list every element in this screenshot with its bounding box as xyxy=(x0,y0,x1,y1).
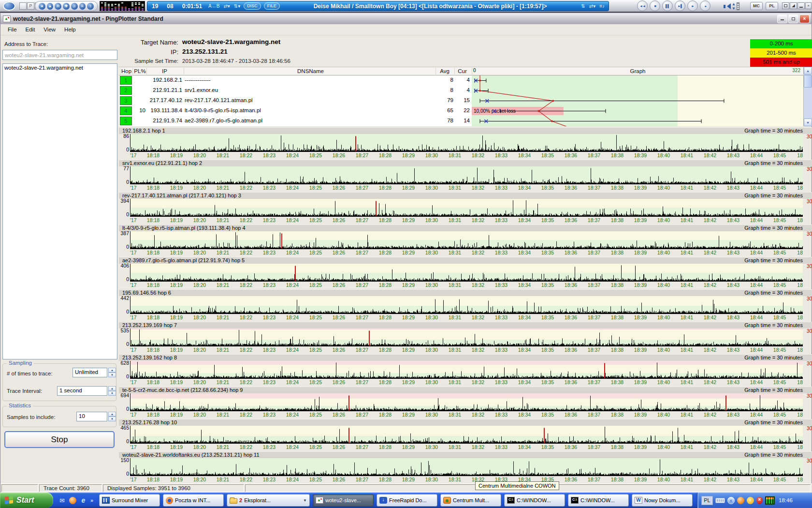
jetaudio-tray-icon[interactable] xyxy=(737,497,744,504)
pause-button[interactable]: ▌▌ xyxy=(662,0,673,11)
header-hop[interactable]: Hop xyxy=(120,68,132,75)
group-dropdown-icon[interactable]: ▼ xyxy=(303,498,307,503)
header-pl%[interactable]: PL% xyxy=(132,68,147,75)
outlook-express-quicklaunch-icon[interactable]: ✉ xyxy=(58,496,66,505)
minimize-button[interactable] xyxy=(777,15,787,23)
spin-down-icon[interactable]: ▼ xyxy=(108,417,116,421)
header-graph[interactable]: Graph xyxy=(472,68,803,75)
samples-to-include-value[interactable]: 10 xyxy=(76,412,107,421)
scroll-down-icon[interactable]: ▼ xyxy=(804,119,812,126)
stop-button[interactable]: Stop xyxy=(4,431,115,448)
spin-up-icon[interactable]: ▲ xyxy=(108,412,116,417)
volume-arrows-icon[interactable]: ▲▼ xyxy=(732,2,736,11)
freerapid-tray-icon[interactable] xyxy=(747,497,754,504)
quick-launch-expand-icon[interactable]: » xyxy=(90,497,93,503)
jet-minimize-button[interactable] xyxy=(798,2,805,9)
graph-hop-label: 213.252.176.28 hop 10 xyxy=(122,419,177,425)
mini-mode-icon[interactable]: ↕ xyxy=(87,3,94,10)
jetaudio-logo-icon[interactable] xyxy=(3,1,15,11)
volume-control[interactable]: ▲▼ xyxy=(724,2,740,11)
menu-help[interactable]: Help xyxy=(60,25,80,34)
stop-button[interactable]: ■ xyxy=(650,0,660,11)
collapse-chevron-icon[interactable]: ‹ xyxy=(727,497,735,504)
dns-cell: rev-217.17.40.121.atman.pl xyxy=(185,97,436,103)
taskbar-button-7[interactable]: C:\WINDOW... xyxy=(504,494,565,507)
taskbar-button-2[interactable]: Poczta w INT... xyxy=(163,494,224,507)
record-icon[interactable]: R xyxy=(55,3,61,10)
seek-updown-icon[interactable]: ⇅ xyxy=(579,3,587,9)
times-to-trace-value[interactable]: Unlimited xyxy=(72,368,107,377)
power-icon[interactable]: ● xyxy=(39,3,45,10)
start-button[interactable]: Start xyxy=(0,493,53,508)
equalizer-tray-icon[interactable] xyxy=(765,496,775,505)
preset-p-button[interactable]: P xyxy=(27,2,34,10)
taskbar-button-6[interactable]: Centrum Mult... xyxy=(440,494,501,507)
internet-explorer-quicklaunch-icon[interactable]: e xyxy=(79,496,87,505)
close-button[interactable]: × xyxy=(799,15,810,23)
blank-button[interactable] xyxy=(19,2,27,10)
scroll-up-icon[interactable]: ▲ xyxy=(804,67,812,75)
scroll-thumb[interactable] xyxy=(804,75,812,88)
elapsed-time: 0:01:51 xyxy=(178,3,206,10)
x-tick-label: 18:37 xyxy=(588,477,600,482)
volume-slider[interactable] xyxy=(737,2,740,10)
x-tick-label: '17 xyxy=(130,412,137,418)
header-avg[interactable]: Avg xyxy=(435,68,453,75)
x-tick-label: 18:43 xyxy=(727,250,740,255)
file-button[interactable]: FILE xyxy=(264,2,280,10)
loop-icon[interactable]: ⇄▾ xyxy=(587,3,597,9)
jet-resize-button[interactable]: ◢ xyxy=(790,2,797,9)
security-shield-icon[interactable] xyxy=(756,497,763,504)
play-mode-icon[interactable]: ⇅▾ xyxy=(232,3,242,9)
playlist-music-icon[interactable]: ≡♪ xyxy=(597,3,609,9)
menu-file[interactable]: File xyxy=(3,25,21,34)
taskbar-button-5[interactable]: FreeRapid Do... xyxy=(377,494,437,507)
jet-restore-button[interactable] xyxy=(782,2,789,9)
previous-button[interactable]: ◄◄ xyxy=(637,0,648,11)
spin-down-icon[interactable]: ▼ xyxy=(108,373,116,377)
taskbar-button-4[interactable]: woteu2-slave... xyxy=(313,494,374,507)
hop-table-scrollbar[interactable]: ▲ ▼ xyxy=(803,67,812,126)
disc-button[interactable]: DISC xyxy=(244,2,261,10)
x-tick-label: 18 xyxy=(797,347,803,353)
samples-spinner[interactable]: ▲▼ xyxy=(108,412,116,421)
header-dnsname[interactable]: DNSName xyxy=(184,68,437,75)
header-ip[interactable]: IP xyxy=(146,68,182,75)
ab-repeat-button[interactable]: A↔B xyxy=(206,3,221,9)
keyboard-icon[interactable] xyxy=(715,498,725,503)
graph-ymin-label: 0 xyxy=(126,276,129,282)
address-list[interactable]: woteu2-slave-21.wargaming.net xyxy=(2,63,117,359)
jet-close-button[interactable]: × xyxy=(805,2,812,9)
trace-interval-value[interactable]: 1 second xyxy=(57,386,107,396)
seek-forward-button[interactable]: ► xyxy=(687,0,698,11)
restore-button[interactable] xyxy=(788,15,798,23)
jetaudio-quicklaunch-icon[interactable] xyxy=(69,497,76,504)
effects-icon[interactable]: ✚ xyxy=(63,3,70,10)
spin-up-icon[interactable]: ▲ xyxy=(108,368,116,373)
taskbar-button-9[interactable]: Nowy Dokum... xyxy=(632,494,693,507)
address-list-item[interactable]: woteu2-slave-21.wargaming.net xyxy=(3,64,117,72)
spin-up-icon[interactable]: ▲ xyxy=(108,386,116,391)
title-bar[interactable]: woteu2-slave-21.wargaming.net - PingPlot… xyxy=(0,13,812,24)
menu-edit[interactable]: Edit xyxy=(21,25,40,34)
times-to-trace-spinner[interactable]: ▲▼ xyxy=(108,368,116,377)
taskbar-button-1[interactable]: Surround Mixer xyxy=(99,494,160,507)
pl-button[interactable]: PL xyxy=(766,2,778,10)
header-cur[interactable]: Cur xyxy=(454,68,470,75)
next-button[interactable]: ►▌ xyxy=(675,0,685,11)
mc-button[interactable]: MC xyxy=(750,2,763,10)
taskbar-button-8[interactable]: C:\WINDOW... xyxy=(568,494,629,507)
spin-down-icon[interactable]: ▼ xyxy=(108,391,116,396)
cmd-icon xyxy=(571,497,579,504)
trace-interval-spinner[interactable]: ▲▼ xyxy=(108,386,116,396)
menu-view[interactable]: View xyxy=(39,25,60,34)
open-icon[interactable]: ▲ xyxy=(47,3,54,10)
taskbar-button-3[interactable]: 2Eksplorat...▼ xyxy=(227,494,310,507)
language-indicator[interactable]: PL xyxy=(701,496,713,505)
record-button[interactable]: ● xyxy=(700,0,710,11)
repeat-mode-icon[interactable]: ⇄▾ xyxy=(221,3,232,9)
playlist-icon[interactable]: ≡ xyxy=(79,3,86,10)
displayed-samples: Displayed Samples: 3951 to 3960 xyxy=(103,484,244,492)
address-input[interactable] xyxy=(2,50,117,60)
sound-icon[interactable]: ♫ xyxy=(71,3,78,10)
